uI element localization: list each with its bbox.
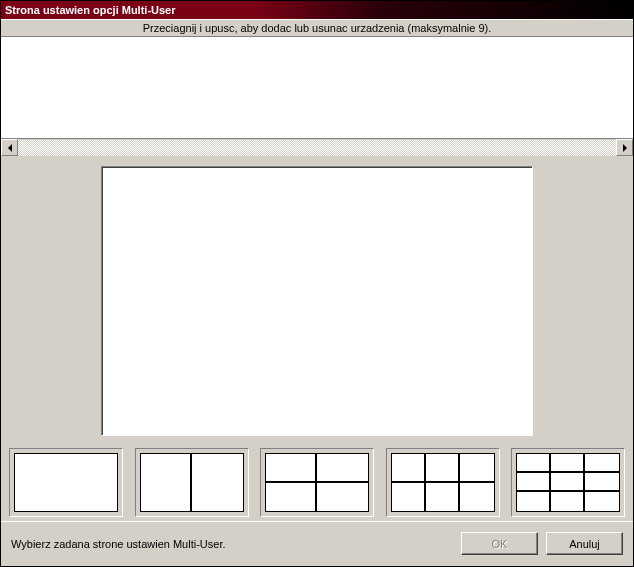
cancel-button[interactable]: Anuluj bbox=[546, 532, 623, 555]
preview-container bbox=[1, 156, 633, 444]
device-drop-area[interactable] bbox=[1, 37, 633, 139]
window-title: Strona ustawien opcji Multi-User bbox=[5, 4, 176, 16]
layout-option-2x2[interactable] bbox=[260, 448, 374, 517]
footer-bar: Wybierz zadana strone ustawien Multi-Use… bbox=[1, 521, 633, 565]
window-titlebar: Strona ustawien opcji Multi-User bbox=[1, 1, 633, 19]
layout-option-2x3[interactable] bbox=[386, 448, 500, 517]
instruction-text: Przeciagnij i upusc, aby dodac lub usuna… bbox=[143, 22, 492, 34]
scroll-left-button[interactable] bbox=[1, 139, 18, 156]
layout-option-3x3[interactable] bbox=[511, 448, 625, 517]
scroll-track[interactable] bbox=[18, 139, 616, 156]
footer-label: Wybierz zadana strone ustawien Multi-Use… bbox=[11, 538, 453, 550]
layout-preview[interactable] bbox=[101, 166, 533, 436]
layout-thumbnails bbox=[1, 444, 633, 521]
layout-option-1x1[interactable] bbox=[9, 448, 123, 517]
ok-button[interactable]: OK bbox=[461, 532, 538, 555]
horizontal-scrollbar[interactable] bbox=[1, 139, 633, 156]
scroll-right-button[interactable] bbox=[616, 139, 633, 156]
layout-option-1x2[interactable] bbox=[135, 448, 249, 517]
instruction-bar: Przeciagnij i upusc, aby dodac lub usuna… bbox=[1, 19, 633, 37]
